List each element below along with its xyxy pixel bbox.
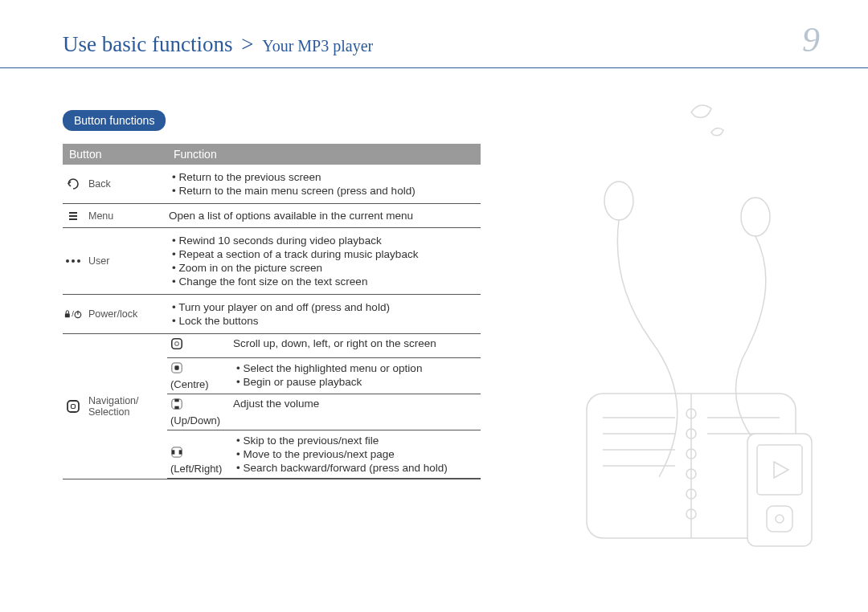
- row-power: / Power/lock Turn your player on and off…: [63, 295, 481, 334]
- menu-label: Menu: [88, 210, 113, 222]
- svg-rect-20: [172, 450, 175, 454]
- power-f1: Turn your player on and off (press and h…: [172, 300, 476, 314]
- svg-rect-1: [69, 215, 77, 217]
- button-functions-table: Button Function Back Return to the previ…: [63, 144, 481, 479]
- nav-leftright-sub: (Left/Right): [170, 463, 222, 475]
- svg-point-4: [72, 259, 75, 263]
- user-f4: Change the font size on the text screen: [172, 275, 476, 288]
- power-f2: Lock the buttons: [172, 314, 476, 328]
- back-label: Back: [88, 178, 111, 190]
- nav-centre-f1: Select the highlighted menu or option: [236, 361, 477, 375]
- svg-rect-18: [174, 406, 178, 410]
- nav-centre-f2: Begin or pause playback: [236, 375, 477, 389]
- user-icon: [64, 258, 82, 264]
- svg-rect-0: [69, 212, 77, 214]
- power-lock-icon: /: [64, 308, 82, 320]
- svg-point-3: [66, 259, 69, 263]
- breadcrumb: Use basic functions > Your MP3 player: [63, 32, 373, 57]
- nav-lr-f3: Search backward/forward (press and hold): [236, 461, 477, 475]
- svg-rect-6: [65, 313, 70, 317]
- menu-icon: [64, 210, 82, 222]
- nav-leftright-icon: [170, 446, 227, 461]
- svg-rect-13: [175, 342, 178, 345]
- nav-lr-f2: Move to the previous/next page: [236, 447, 477, 461]
- row-back: Back Return to the previous screen Retur…: [63, 165, 481, 204]
- svg-rect-12: [172, 339, 182, 349]
- row-nav: Navigation/ Selection Scroll up, down, l…: [63, 334, 481, 479]
- page-header: Use basic functions > Your MP3 player 9: [0, 0, 868, 68]
- svg-rect-11: [72, 405, 76, 409]
- nav-updown-sub: (Up/Down): [170, 414, 220, 426]
- nav-outer-icon: [170, 337, 227, 353]
- svg-text:/: /: [72, 310, 74, 318]
- nav-label: Navigation/ Selection: [88, 395, 139, 418]
- svg-point-23: [741, 198, 770, 236]
- breadcrumb-sep: >: [241, 32, 253, 56]
- user-label: User: [88, 255, 109, 267]
- th-button: Button: [63, 144, 167, 165]
- svg-rect-10: [68, 401, 79, 412]
- th-function: Function: [167, 144, 481, 165]
- svg-point-22: [604, 182, 633, 220]
- user-f1: Rewind 10 seconds during video playback: [172, 234, 476, 247]
- back-icon: [64, 178, 82, 190]
- back-f1: Return to the previous screen: [172, 170, 476, 184]
- nav-lr-f1: Skip to the previous/next file: [236, 434, 477, 447]
- nav-ring-f1: Scroll up, down, left, or right on the s…: [230, 334, 481, 358]
- row-user: User Rewind 10 seconds during video play…: [63, 228, 481, 295]
- power-label: Power/lock: [88, 308, 137, 320]
- row-menu: Menu Open a list of options available in…: [63, 204, 481, 228]
- svg-point-5: [77, 259, 80, 263]
- svg-rect-2: [69, 218, 77, 220]
- svg-rect-17: [174, 399, 178, 402]
- page-number: 9: [802, 22, 820, 58]
- back-f2: Return to the main menu screen (press an…: [172, 184, 476, 198]
- user-f3: Zoom in on the picture screen: [172, 261, 476, 275]
- breadcrumb-sub: Your MP3 player: [262, 37, 373, 55]
- nav-ring-icon: [64, 399, 82, 414]
- user-f2: Repeat a section of a track during music…: [172, 247, 476, 261]
- nav-centre-icon: [170, 361, 227, 377]
- svg-rect-15: [174, 365, 178, 369]
- decorative-illustration: [571, 96, 836, 562]
- menu-f1: Open a list of options available in the …: [167, 204, 481, 228]
- svg-rect-21: [179, 450, 182, 454]
- nav-updown-f1: Adjust the volume: [230, 394, 481, 430]
- breadcrumb-main: Use basic functions: [63, 32, 232, 56]
- nav-centre-sub: (Centre): [170, 378, 209, 390]
- nav-updown-icon: [170, 398, 227, 413]
- section-title-pill: Button functions: [63, 110, 166, 131]
